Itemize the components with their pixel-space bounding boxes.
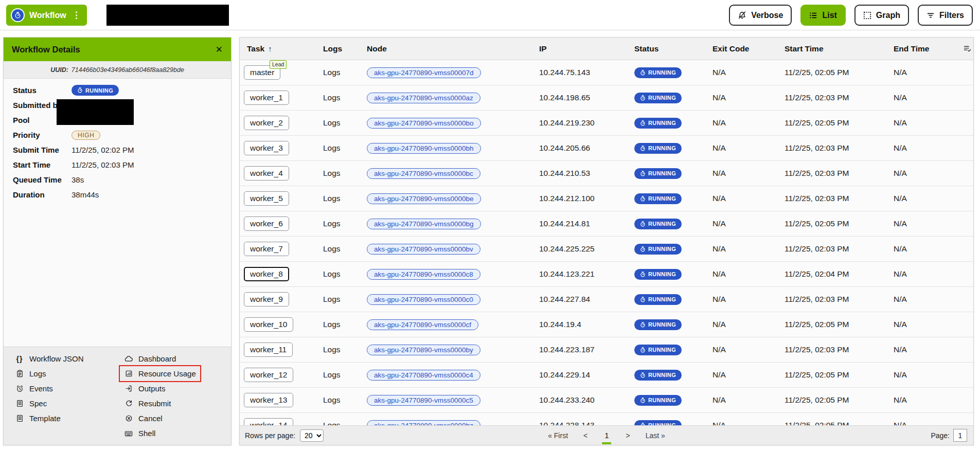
logs-link[interactable]: Logs bbox=[323, 219, 341, 228]
column-header-task[interactable]: Task↑ bbox=[240, 44, 317, 53]
column-settings-icon[interactable] bbox=[957, 44, 974, 53]
ip-cell: 10.244.233.240 bbox=[533, 395, 628, 405]
keyboard-icon bbox=[124, 429, 133, 438]
current-page[interactable]: 1 bbox=[603, 431, 610, 440]
logs-link[interactable]: Logs bbox=[323, 194, 341, 203]
end-time-cell: N/A bbox=[887, 68, 957, 77]
task-box[interactable]: worker_11 bbox=[244, 342, 293, 357]
node-pill[interactable]: aks-gpu-24770890-vmss0000c5 bbox=[367, 395, 480, 406]
node-pill[interactable]: aks-gpu-24770890-vmss0000bc bbox=[367, 168, 480, 179]
panel-action-dashboard[interactable]: Dashboard bbox=[120, 351, 180, 366]
task-box[interactable]: worker_2 bbox=[244, 116, 289, 130]
prev-page-button[interactable]: < bbox=[583, 431, 587, 440]
node-pill[interactable]: aks-gpu-24770890-vmss0000cf bbox=[367, 319, 478, 330]
logs-link[interactable]: Logs bbox=[323, 395, 341, 404]
node-pill[interactable]: aks-gpu-24770890-vmss0000c4 bbox=[367, 370, 480, 381]
node-pill[interactable]: aks-gpu-24770890-vmss0000bh bbox=[367, 143, 481, 154]
task-box[interactable]: worker_10 bbox=[244, 317, 293, 332]
start-time-cell: 11/2/25, 02:03 PM bbox=[778, 295, 887, 304]
task-name: worker_13 bbox=[250, 395, 287, 404]
logs-link[interactable]: Logs bbox=[323, 93, 341, 102]
node-pill[interactable]: aks-gpu-24770890-vmss0000bo bbox=[367, 118, 481, 129]
task-box[interactable]: master Lead bbox=[244, 65, 280, 80]
status-badge: RUNNING bbox=[634, 67, 682, 78]
logs-link[interactable]: Logs bbox=[323, 295, 341, 303]
panel-action-resubmit[interactable]: Resubmit bbox=[120, 396, 175, 411]
duration-label: Duration bbox=[13, 190, 72, 199]
table-row: worker_10 Logs aks-gpu-24770890-vmss0000… bbox=[240, 312, 973, 337]
rows-per-page-select[interactable]: 20 bbox=[300, 429, 324, 442]
task-box[interactable]: worker_13 bbox=[244, 393, 293, 407]
close-icon[interactable]: ✕ bbox=[216, 44, 223, 55]
task-box[interactable]: worker_7 bbox=[244, 242, 289, 256]
logs-link[interactable]: Logs bbox=[323, 370, 341, 379]
logs-link[interactable]: Logs bbox=[323, 320, 341, 329]
exit-code-cell: N/A bbox=[706, 118, 778, 128]
next-page-button[interactable]: > bbox=[626, 431, 630, 440]
task-box[interactable]: worker_12 bbox=[244, 368, 293, 382]
list-button-label: List bbox=[822, 11, 836, 20]
logs-link[interactable]: Logs bbox=[323, 244, 341, 253]
page-number-input[interactable]: 1 bbox=[953, 429, 967, 442]
task-box[interactable]: worker_14 bbox=[244, 418, 293, 425]
stopwatch-icon bbox=[11, 8, 25, 22]
panel-action-cancel[interactable]: Cancel bbox=[120, 411, 167, 426]
node-pill[interactable]: aks-gpu-24770890-vmss0000az bbox=[367, 93, 480, 103]
clipboard-icon bbox=[15, 370, 24, 377]
node-pill[interactable]: aks-gpu-24770890-vmss0000bg bbox=[367, 219, 481, 229]
node-pill[interactable]: aks-gpu-24770890-vmss0000be bbox=[367, 193, 481, 204]
node-pill[interactable]: aks-gpu-24770890-vmss0000c8 bbox=[367, 269, 480, 280]
panel-action-events[interactable]: Events bbox=[11, 381, 57, 396]
logs-link[interactable]: Logs bbox=[323, 169, 341, 177]
logs-link[interactable]: Logs bbox=[323, 68, 341, 77]
status-badge: RUNNING bbox=[634, 269, 682, 280]
task-box[interactable]: worker_3 bbox=[244, 141, 289, 155]
node-pill[interactable]: aks-gpu-24770890-vmss0000bv bbox=[367, 244, 480, 255]
graph-view-button[interactable]: Graph bbox=[854, 5, 909, 26]
ip-cell: 10.244.123.221 bbox=[533, 269, 628, 279]
logs-link[interactable]: Logs bbox=[323, 269, 341, 278]
duration-value: 38m44s bbox=[72, 190, 99, 199]
first-page-button[interactable]: « First bbox=[548, 431, 568, 440]
task-box[interactable]: worker_8 bbox=[244, 267, 289, 281]
list-view-button[interactable]: List bbox=[800, 5, 845, 26]
kebab-menu-icon[interactable]: ⋮ bbox=[72, 10, 81, 21]
logs-link[interactable]: Logs bbox=[323, 421, 341, 425]
start-time-cell: 11/2/25, 02:03 PM bbox=[778, 244, 887, 254]
tasks-table: Task↑ Logs Node IP Status Exit Code Star… bbox=[239, 37, 974, 445]
table-body: master Lead Logs aks-gpu-24770890-vmss00… bbox=[240, 60, 973, 425]
panel-action-workflow-json[interactable]: {}Workflow JSON bbox=[11, 351, 88, 366]
panel-action-label: Workflow JSON bbox=[29, 354, 84, 363]
ip-cell: 10.244.219.230 bbox=[533, 118, 628, 128]
ip-cell: 10.244.229.14 bbox=[533, 370, 628, 380]
panel-action-spec[interactable]: Spec bbox=[11, 396, 51, 411]
panel-action-logs[interactable]: Logs bbox=[11, 366, 50, 381]
filters-button[interactable]: Filters bbox=[918, 5, 973, 26]
end-time-cell: N/A bbox=[887, 93, 957, 102]
logs-link[interactable]: Logs bbox=[323, 118, 341, 127]
panel-action-shell[interactable]: Shell bbox=[120, 426, 159, 441]
last-page-button[interactable]: Last » bbox=[646, 431, 665, 440]
column-header-status: Status bbox=[628, 44, 706, 53]
workflow-menu-button[interactable]: Workflow ⋮ bbox=[6, 5, 87, 26]
panel-action-label: Logs bbox=[29, 369, 46, 378]
node-pill[interactable]: aks-gpu-24770890-vmss0000bz bbox=[367, 420, 480, 426]
task-box[interactable]: worker_1 bbox=[244, 91, 289, 105]
end-time-cell: N/A bbox=[887, 118, 957, 128]
panel-action-template[interactable]: Template bbox=[11, 411, 65, 426]
workflow-details-panel: Workflow Details ✕ UUID: 714466b03e43496… bbox=[3, 37, 231, 445]
panel-action-resource-usage[interactable]: Resource Usage bbox=[120, 366, 200, 381]
status-badge: RUNNING bbox=[634, 193, 682, 204]
task-box[interactable]: worker_5 bbox=[244, 191, 289, 206]
logs-link[interactable]: Logs bbox=[323, 143, 341, 152]
panel-action-outputs[interactable]: Outputs bbox=[120, 381, 170, 396]
node-pill[interactable]: aks-gpu-24770890-vmss0000c0 bbox=[367, 294, 480, 305]
task-box[interactable]: worker_6 bbox=[244, 217, 289, 231]
task-box[interactable]: worker_4 bbox=[244, 166, 289, 181]
node-pill[interactable]: aks-gpu-24770890-vmss0000by bbox=[367, 345, 480, 355]
logs-link[interactable]: Logs bbox=[323, 345, 341, 354]
verbose-button[interactable]: Verbose bbox=[729, 5, 792, 26]
grid-icon bbox=[863, 11, 871, 20]
task-box[interactable]: worker_9 bbox=[244, 292, 289, 306]
node-pill[interactable]: aks-gpu-24770890-vmss00007d bbox=[367, 67, 481, 78]
